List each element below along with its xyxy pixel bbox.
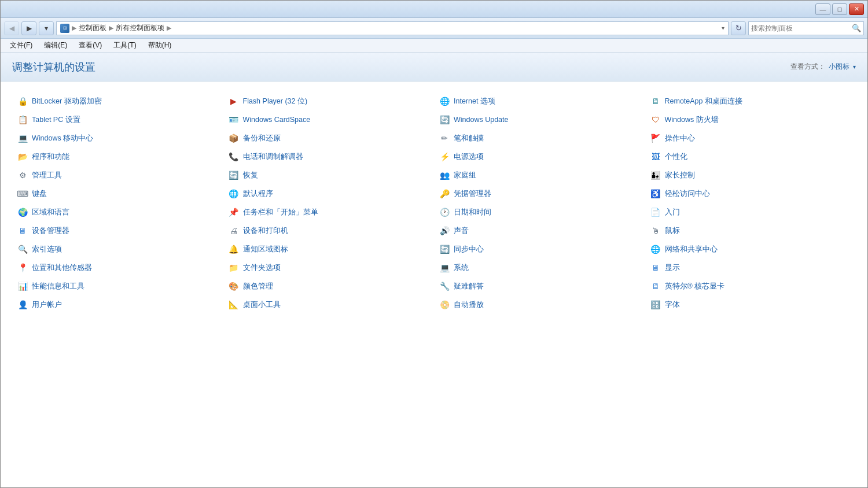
list-item[interactable]: 🔊声音 <box>434 223 645 239</box>
item-icon: 👤 <box>17 299 28 310</box>
item-label: 颜色管理 <box>243 282 273 291</box>
list-item[interactable]: 📂程序和功能 <box>12 149 223 165</box>
item-icon: 🖥 <box>650 262 661 273</box>
item-label: 显示 <box>665 263 680 273</box>
list-item[interactable]: 🖼个性化 <box>645 149 856 165</box>
view-arrow[interactable]: ▾ <box>853 64 856 70</box>
item-label: 轻松访问中心 <box>665 189 710 199</box>
list-item[interactable]: 🎨颜色管理 <box>223 278 435 294</box>
search-input[interactable] <box>751 24 852 32</box>
list-item[interactable]: 📁文件夹选项 <box>223 260 435 276</box>
list-item[interactable]: ⚙管理工具 <box>12 167 223 183</box>
list-item[interactable]: 🪪Windows CardSpace <box>223 112 435 128</box>
list-item[interactable]: ✏笔和触摸 <box>434 130 645 146</box>
list-item[interactable]: 🔄恢复 <box>223 167 435 183</box>
item-label: 入门 <box>665 208 680 217</box>
list-item[interactable]: 📐桌面小工具 <box>223 297 435 313</box>
item-label: 索引选项 <box>32 245 62 254</box>
list-item[interactable]: 🔍索引选项 <box>12 241 223 257</box>
path-dropdown[interactable]: ▾ <box>722 25 724 31</box>
list-item[interactable]: 🖥设备管理器 <box>12 223 223 239</box>
item-label: 位置和其他传感器 <box>32 263 92 273</box>
list-item[interactable]: 🖱鼠标 <box>645 223 856 239</box>
list-item[interactable]: 🔧疑难解答 <box>434 278 645 294</box>
list-item[interactable]: ⚡电源选项 <box>434 149 645 165</box>
close-button[interactable]: ✕ <box>849 3 864 15</box>
list-item[interactable]: 🖥显示 <box>645 260 856 276</box>
path-part1: 控制面板 <box>79 23 106 33</box>
list-item[interactable]: ♿轻松访问中心 <box>645 186 856 202</box>
list-item[interactable]: 📍位置和其他传感器 <box>12 260 223 276</box>
item-icon: 📄 <box>650 206 661 218</box>
item-label: 同步中心 <box>454 245 484 254</box>
list-item[interactable]: 🖥RemoteApp 和桌面连接 <box>645 93 856 109</box>
list-item[interactable]: 📀自动播放 <box>434 297 645 313</box>
item-label: 网络和共享中心 <box>665 245 718 254</box>
item-icon: 💻 <box>439 262 450 273</box>
item-icon: 🖥 <box>650 95 661 107</box>
forward-button[interactable]: ▶ <box>21 21 36 35</box>
view-value[interactable]: 小图标 <box>829 62 849 72</box>
list-item[interactable]: 🛡Windows 防火墙 <box>645 112 856 128</box>
list-item[interactable]: 💻系统 <box>434 260 645 276</box>
list-item[interactable]: 🌐网络和共享中心 <box>645 241 856 257</box>
item-icon: ♿ <box>650 188 661 199</box>
list-item[interactable]: 🌐Internet 选项 <box>434 93 645 109</box>
list-item[interactable]: 🖥英特尔® 核芯显卡 <box>645 278 856 294</box>
list-item[interactable]: 🌍区域和语言 <box>12 204 223 220</box>
item-label: 区域和语言 <box>32 208 69 217</box>
list-item[interactable]: 📦备份和还原 <box>223 130 435 146</box>
item-icon: 🛡 <box>650 114 661 125</box>
list-item[interactable]: 👨‍👧家长控制 <box>645 167 856 183</box>
item-label: 笔和触摸 <box>454 134 484 143</box>
item-label: 用户帐户 <box>32 300 62 310</box>
list-item[interactable]: 🔄同步中心 <box>434 241 645 257</box>
item-label: 设备和打印机 <box>243 226 288 236</box>
item-icon: 🔄 <box>228 169 240 181</box>
list-item[interactable]: 🔠字体 <box>645 297 856 313</box>
menu-edit[interactable]: 编辑(E) <box>39 39 72 51</box>
menu-view[interactable]: 查看(V) <box>74 39 106 51</box>
item-icon: 🔑 <box>439 188 450 199</box>
list-item[interactable]: ▶Flash Player (32 位) <box>223 93 435 109</box>
content-area: 🔒BitLocker 驱动器加密▶Flash Player (32 位)🌐Int… <box>1 82 867 488</box>
minimize-button[interactable]: — <box>815 3 830 15</box>
menu-tools[interactable]: 工具(T) <box>109 39 141 51</box>
menu-file[interactable]: 文件(F) <box>5 39 37 51</box>
item-icon: 🔠 <box>650 299 661 310</box>
list-item[interactable]: 🌐默认程序 <box>223 186 435 202</box>
back-button[interactable]: ◀ <box>4 21 19 35</box>
addressbar: ◀ ▶ ▾ ⊞ ▶ 控制面板 ▶ 所有控制面板项 ▶ ▾ ↻ 🔍 <box>1 18 867 39</box>
search-icon[interactable]: 🔍 <box>852 24 861 32</box>
list-item[interactable]: 📞电话和调制解调器 <box>223 149 435 165</box>
search-bar: 🔍 <box>748 21 864 35</box>
list-item[interactable]: 📌任务栏和「开始」菜单 <box>223 204 435 220</box>
list-item[interactable]: 🔄Windows Update <box>434 112 645 128</box>
list-item[interactable]: 🚩操作中心 <box>645 130 856 146</box>
view-label: 查看方式： <box>790 62 825 72</box>
item-label: 自动播放 <box>454 300 484 310</box>
list-item[interactable]: 👤用户帐户 <box>12 297 223 313</box>
item-label: 文件夹选项 <box>243 263 281 273</box>
refresh-button[interactable]: ↻ <box>731 21 746 35</box>
list-item[interactable]: 📊性能信息和工具 <box>12 278 223 294</box>
menu-help[interactable]: 帮助(H) <box>144 39 176 51</box>
list-item[interactable]: 📋Tablet PC 设置 <box>12 112 223 128</box>
item-label: 个性化 <box>665 152 687 162</box>
item-icon: ⌨ <box>17 188 28 199</box>
list-item[interactable]: 🕐日期和时间 <box>434 204 645 220</box>
list-item[interactable]: 🔒BitLocker 驱动器加密 <box>12 93 223 109</box>
list-item[interactable]: 🔔通知区域图标 <box>223 241 435 257</box>
item-label: 任务栏和「开始」菜单 <box>243 208 318 217</box>
address-path[interactable]: ⊞ ▶ 控制面板 ▶ 所有控制面板项 ▶ ▾ <box>56 21 729 35</box>
item-label: 电源选项 <box>454 152 484 162</box>
list-item[interactable]: 👥家庭组 <box>434 167 645 183</box>
maximize-button[interactable]: □ <box>832 3 847 15</box>
list-item[interactable]: ⌨键盘 <box>12 186 223 202</box>
list-item[interactable]: 💻Windows 移动中心 <box>12 130 223 146</box>
item-label: 设备管理器 <box>32 226 69 236</box>
dropdown-button[interactable]: ▾ <box>39 21 54 35</box>
list-item[interactable]: 🔑凭据管理器 <box>434 186 645 202</box>
list-item[interactable]: 📄入门 <box>645 204 856 220</box>
list-item[interactable]: 🖨设备和打印机 <box>223 223 435 239</box>
